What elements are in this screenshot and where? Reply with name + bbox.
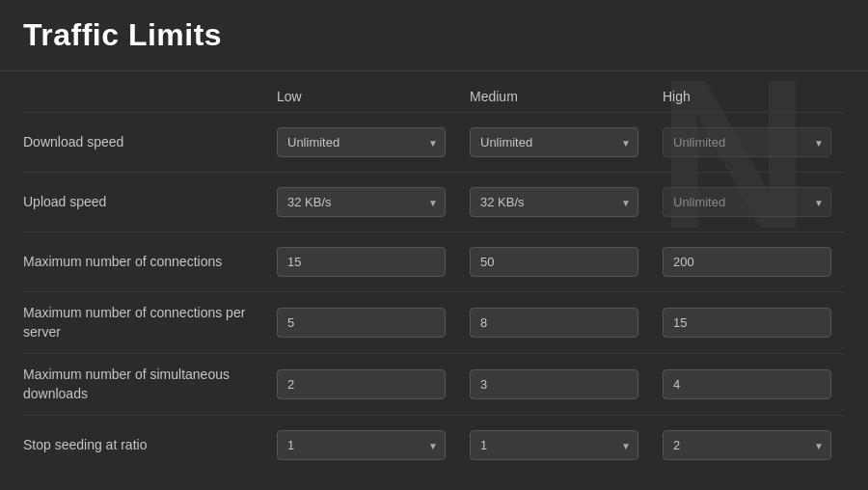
- cell-upload-speed-high: Unlimited 32 KB/s ▼: [655, 187, 848, 217]
- max-simul-low-input[interactable]: [277, 369, 446, 399]
- row-download-speed: Download speed Unlimited 32 KB/s 64 KB/s…: [23, 112, 845, 172]
- label-max-connections: Maximum number of connections: [23, 253, 269, 272]
- col-header-high: High: [655, 89, 848, 104]
- row-max-connections-per-server: Maximum number of connections per server: [23, 291, 845, 353]
- upload-speed-medium-select[interactable]: Unlimited 32 KB/s 64 KB/s 128 KB/s: [470, 187, 638, 217]
- cell-stop-seeding-medium: 0.5 1 1.5 2 3 5 ▼: [462, 430, 655, 460]
- cell-stop-seeding-high: 0.5 1 1.5 2 3 5 ▼: [655, 430, 848, 460]
- row-upload-speed: Upload speed Unlimited 32 KB/s 64 KB/s 1…: [23, 172, 845, 231]
- cell-max-connections-medium: [462, 247, 655, 277]
- upload-speed-high-select[interactable]: Unlimited 32 KB/s: [663, 187, 831, 217]
- cell-max-simul-low: [269, 369, 462, 399]
- select-wrapper-download-low: Unlimited 32 KB/s 64 KB/s 128 KB/s 256 K…: [277, 127, 446, 157]
- cell-upload-speed-medium: Unlimited 32 KB/s 64 KB/s 128 KB/s ▼: [462, 187, 655, 217]
- max-connections-low-input[interactable]: [277, 247, 446, 277]
- page-container: Traffic Limits N Low Medium High Downloa…: [0, 0, 868, 490]
- col-header-medium: Medium: [462, 89, 655, 104]
- cell-max-connections-high: [655, 247, 848, 277]
- select-wrapper-upload-medium: Unlimited 32 KB/s 64 KB/s 128 KB/s ▼: [470, 187, 638, 217]
- stop-seeding-medium-select[interactable]: 0.5 1 1.5 2 3 5: [470, 430, 638, 460]
- cell-upload-speed-low: Unlimited 32 KB/s 64 KB/s 128 KB/s ▼: [269, 187, 462, 217]
- cell-max-conn-server-high: [655, 308, 848, 338]
- select-wrapper-upload-low: Unlimited 32 KB/s 64 KB/s 128 KB/s ▼: [277, 187, 446, 217]
- row-stop-seeding-ratio: Stop seeding at ratio 0.5 1 1.5 2 3 5 ▼: [23, 415, 845, 475]
- download-speed-medium-select[interactable]: Unlimited 32 KB/s 64 KB/s 128 KB/s: [470, 127, 638, 157]
- download-speed-low-select[interactable]: Unlimited 32 KB/s 64 KB/s 128 KB/s 256 K…: [277, 127, 446, 157]
- max-connections-medium-input[interactable]: [470, 247, 638, 277]
- stop-seeding-low-select[interactable]: 0.5 1 1.5 2 3 5: [277, 430, 446, 460]
- upload-speed-low-select[interactable]: Unlimited 32 KB/s 64 KB/s 128 KB/s: [277, 187, 446, 217]
- label-max-connections-per-server: Maximum number of connections per server: [23, 304, 269, 341]
- max-connections-high-input[interactable]: [663, 247, 831, 277]
- max-conn-server-high-input[interactable]: [663, 308, 831, 338]
- cell-download-speed-high: Unlimited 32 KB/s ▼: [655, 127, 848, 157]
- max-conn-server-low-input[interactable]: [277, 308, 446, 338]
- select-wrapper-ratio-high: 0.5 1 1.5 2 3 5 ▼: [663, 430, 831, 460]
- label-stop-seeding-ratio: Stop seeding at ratio: [23, 436, 269, 455]
- cell-max-simul-high: [655, 369, 848, 399]
- col-header-low: Low: [269, 89, 462, 104]
- max-simul-high-input[interactable]: [663, 369, 831, 399]
- max-simul-medium-input[interactable]: [470, 369, 638, 399]
- select-wrapper-download-medium: Unlimited 32 KB/s 64 KB/s 128 KB/s ▼: [470, 127, 638, 157]
- select-wrapper-download-high: Unlimited 32 KB/s ▼: [663, 127, 831, 157]
- cell-download-speed-medium: Unlimited 32 KB/s 64 KB/s 128 KB/s ▼: [462, 127, 655, 157]
- page-title: Traffic Limits: [23, 17, 845, 53]
- cell-max-connections-low: [269, 247, 462, 277]
- label-upload-speed: Upload speed: [23, 193, 269, 212]
- label-download-speed: Download speed: [23, 133, 269, 152]
- cell-max-conn-server-low: [269, 308, 462, 338]
- cell-max-conn-server-medium: [462, 308, 655, 338]
- max-conn-server-medium-input[interactable]: [470, 308, 638, 338]
- select-wrapper-ratio-low: 0.5 1 1.5 2 3 5 ▼: [277, 430, 446, 460]
- download-speed-high-select[interactable]: Unlimited 32 KB/s: [663, 127, 831, 157]
- select-wrapper-upload-high: Unlimited 32 KB/s ▼: [663, 187, 831, 217]
- select-wrapper-ratio-medium: 0.5 1 1.5 2 3 5 ▼: [470, 430, 638, 460]
- header: Traffic Limits: [0, 0, 868, 71]
- content-area: Low Medium High Download speed Unlimited…: [0, 71, 868, 490]
- row-max-simultaneous-downloads: Maximum number of simultaneous downloads: [23, 353, 845, 415]
- row-max-connections: Maximum number of connections: [23, 231, 845, 291]
- cell-download-speed-low: Unlimited 32 KB/s 64 KB/s 128 KB/s 256 K…: [269, 127, 462, 157]
- stop-seeding-high-select[interactable]: 0.5 1 1.5 2 3 5: [663, 430, 831, 460]
- cell-max-simul-medium: [462, 369, 655, 399]
- column-headers: Low Medium High: [23, 81, 845, 108]
- cell-stop-seeding-low: 0.5 1 1.5 2 3 5 ▼: [269, 430, 462, 460]
- label-max-simultaneous-downloads: Maximum number of simultaneous downloads: [23, 366, 269, 403]
- col-header-blank: [23, 89, 269, 104]
